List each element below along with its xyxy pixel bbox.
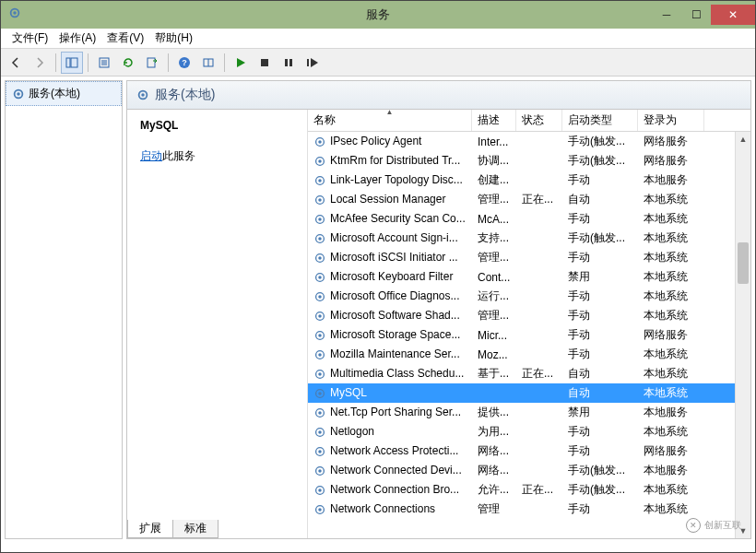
svg-rect-14 [285, 59, 288, 66]
service-name: Netlogon [330, 425, 374, 438]
tree-pane: 服务(本地) [5, 80, 123, 539]
start-service-button[interactable] [230, 52, 252, 74]
svg-point-58 [318, 488, 322, 492]
menu-file[interactable]: 文件(F) [6, 29, 53, 48]
svg-point-44 [318, 353, 322, 357]
service-startup: 手动 [562, 443, 638, 459]
service-name: Network Connection Bro... [330, 483, 459, 496]
service-logon: 本地服务 [638, 172, 704, 188]
right-header: 服务(本地) [127, 81, 750, 110]
service-startup: 手动(触发... [562, 153, 638, 169]
service-row[interactable]: Network Access Protecti...网络...手动网络服务 [308, 441, 750, 461]
service-row[interactable]: McAfee Security Scan Co...McA...手动本地系统 [308, 209, 750, 229]
svg-point-40 [318, 314, 322, 318]
svg-point-52 [318, 430, 322, 434]
right-header-title: 服务(本地) [155, 87, 215, 103]
service-row[interactable]: Netlogon为用...手动本地系统 [308, 422, 750, 441]
service-name: Link-Layer Topology Disc... [330, 173, 463, 186]
pause-service-button[interactable] [278, 52, 300, 74]
service-desc: 网络... [472, 463, 516, 478]
service-startup: 手动(触发... [562, 463, 638, 478]
service-name: Microsoft Software Shad... [330, 309, 460, 322]
service-desc: 创建... [472, 172, 516, 188]
scrollbar[interactable]: ▲ ▼ [735, 132, 750, 538]
svg-rect-15 [289, 59, 292, 66]
menu-view[interactable]: 查看(V) [101, 29, 149, 48]
start-service-text: 启动此服务 [140, 148, 294, 164]
col-desc[interactable]: 描述 [472, 110, 516, 131]
back-button[interactable] [5, 52, 27, 74]
service-row[interactable]: Multimedia Class Schedu...基于...正在...自动本地… [308, 364, 750, 383]
service-row[interactable]: KtmRm for Distributed Tr...协调...手动(触发...… [308, 151, 750, 171]
svg-point-22 [318, 140, 322, 144]
toolbar: ? [1, 49, 755, 76]
service-startup: 自动 [562, 366, 638, 382]
properties-button[interactable] [93, 52, 115, 74]
service-row[interactable]: Net.Tcp Port Sharing Ser...提供...禁用本地服务 [308, 403, 750, 422]
start-service-link[interactable]: 启动 [140, 149, 162, 162]
service-desc: McA... [472, 213, 516, 226]
help-button[interactable]: ? [173, 52, 195, 74]
service-name: Mozilla Maintenance Ser... [330, 347, 460, 360]
service-status: 正在... [516, 366, 562, 382]
service-startup: 自动 [562, 385, 638, 401]
close-button[interactable]: ✕ [711, 5, 755, 25]
watermark-icon: ✕ [686, 518, 701, 533]
service-desc: 管理... [472, 192, 516, 207]
service-logon: 网络服务 [638, 153, 704, 169]
service-name: Microsoft Office Diagnos... [330, 289, 460, 302]
service-row[interactable]: Microsoft iSCSI Initiator ...管理...手动本地系统 [308, 248, 750, 267]
svg-point-18 [17, 92, 20, 96]
menu-help[interactable]: 帮助(H) [149, 29, 198, 48]
service-row[interactable]: Mozilla Maintenance Ser...Moz...手动本地系统 [308, 345, 750, 364]
refresh-button[interactable] [117, 52, 139, 74]
service-status: 正在... [516, 482, 562, 498]
service-row[interactable]: Microsoft Office Diagnos...运行...手动本地系统 [308, 287, 750, 306]
service-row[interactable]: Network Connected Devi...网络...手动(触发...本地… [308, 461, 750, 480]
col-startup[interactable]: 启动类型 [562, 110, 638, 131]
service-row[interactable]: Network Connections管理手动本地系统 [308, 500, 750, 519]
service-logon: 本地服务 [638, 405, 704, 420]
service-startup: 禁用 [562, 269, 638, 285]
forward-button[interactable] [29, 52, 51, 74]
service-row[interactable]: IPsec Policy AgentInter...手动(触发...网络服务 [308, 132, 750, 151]
service-startup: 手动 [562, 250, 638, 265]
service-row[interactable]: Microsoft Account Sign-i...支持...手动(触发...… [308, 229, 750, 248]
service-row[interactable]: MySQL自动本地系统 [308, 383, 750, 403]
service-row[interactable]: Network Connection Bro...允许...正在...手动(触发… [308, 480, 750, 500]
stop-service-button[interactable] [254, 52, 276, 74]
col-status[interactable]: 状态 [516, 110, 562, 131]
tree-node-services-local[interactable]: 服务(本地) [6, 81, 122, 106]
service-startup: 手动 [562, 327, 638, 343]
col-name[interactable]: 名称▲ [308, 110, 472, 131]
svg-rect-8 [148, 58, 155, 67]
service-startup: 手动 [562, 347, 638, 362]
service-status: 正在... [516, 192, 562, 207]
restart-service-button[interactable] [301, 52, 324, 74]
tab-extended[interactable]: 扩展 [127, 520, 173, 538]
svg-point-50 [318, 411, 322, 415]
service-logon: 本地系统 [638, 288, 704, 304]
service-desc: 管理 [472, 501, 516, 517]
scroll-up-icon[interactable]: ▲ [736, 132, 750, 147]
service-startup: 手动 [562, 172, 638, 188]
service-logon: 本地系统 [638, 385, 704, 401]
service-row[interactable]: Microsoft Keyboard FilterCont...禁用本地系统 [308, 267, 750, 287]
svg-point-42 [318, 334, 322, 337]
maximize-button[interactable]: ☐ [681, 5, 711, 25]
service-desc: Moz... [472, 348, 516, 361]
service-row[interactable]: Local Session Manager管理...正在...自动本地系统 [308, 190, 750, 209]
export-button[interactable] [141, 52, 163, 74]
scroll-thumb[interactable] [738, 242, 749, 284]
service-row[interactable]: Microsoft Software Shad...管理...手动本地系统 [308, 306, 750, 325]
service-row[interactable]: Microsoft Storage Space...Micr...手动网络服务 [308, 325, 750, 345]
minimize-button[interactable]: ─ [652, 5, 681, 25]
tab-standard[interactable]: 标准 [172, 520, 219, 538]
col-logon[interactable]: 登录为 [638, 110, 704, 131]
service-row[interactable]: Link-Layer Topology Disc...创建...手动本地服务 [308, 171, 750, 190]
show-hide-tree-button[interactable] [61, 52, 83, 74]
service-logon: 本地系统 [638, 501, 704, 517]
service-name: Microsoft Account Sign-i... [330, 231, 458, 244]
menu-action[interactable]: 操作(A) [53, 29, 101, 48]
toolbar-extra-button[interactable] [197, 52, 219, 74]
